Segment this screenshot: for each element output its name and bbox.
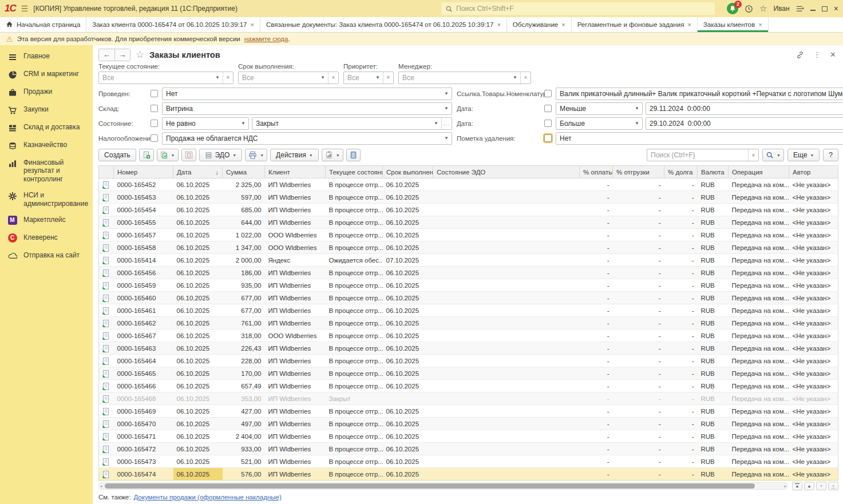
filter-deletion-mark-field[interactable]: Нет ▼ [556,132,843,145]
cell-edo[interactable] [433,317,580,330]
cell-currency[interactable]: RUB [698,342,729,355]
cell-author[interactable]: <Не указан> [789,405,838,418]
table-row[interactable]: 0000-16545206.10.20252 325,00ИП Wldberri… [99,178,838,191]
cell-pay[interactable]: - [580,330,613,342]
cell-pay[interactable]: - [580,468,613,481]
table-row[interactable]: 0000-16546706.10.2025318,00ООО Wldberrie… [99,330,838,342]
cell-operation[interactable]: Передача на ком... [729,304,789,317]
cell-operation[interactable]: Передача на ком... [729,229,789,241]
find-button[interactable]: ▼ [762,149,784,161]
cell-edo[interactable] [433,229,580,241]
cell-date[interactable]: 06.10.2025 [173,455,223,468]
column-header-4[interactable]: Клиент [265,166,326,178]
table-row[interactable]: 0000-16545606.10.2025186,00ИП Wldberries… [99,267,838,279]
cell-due[interactable]: 06.10.2025 [383,241,433,254]
cell-operation[interactable]: Передача на ком... [729,241,789,254]
group-copy-button[interactable]: ▼ [157,149,179,161]
cell-operation[interactable]: Передача на ком... [729,405,789,418]
filter-tax-field[interactable]: Продажа не облагается НДС ▼ [162,132,452,145]
sidebar-item-cleverence[interactable]: CКлеверенс [0,229,93,247]
global-search-input[interactable]: Поиск Ctrl+Shift+F [441,2,715,15]
cell-date[interactable]: 06.10.2025 [173,443,223,455]
cell-number[interactable]: 0000-165453 [114,191,173,204]
cell-client[interactable]: ИП Wldberries [265,267,326,279]
cell-client[interactable]: ИП Wldberries [265,430,326,443]
table-row[interactable]: 0000-16545906.10.2025935,00ИП Wldberries… [99,279,838,292]
filter-date-less-value-field[interactable]: 29.11.2024 0:00:00 ▼ [646,102,843,115]
table-row[interactable]: 0000-16546806.10.2025353,00ИП Wldberries… [99,392,838,405]
cell-author[interactable]: <Не указан> [789,330,838,342]
table-row[interactable]: 0000-16546906.10.2025427,00ИП Wldberries… [99,405,838,418]
column-header-2[interactable]: Дата↓ [173,166,223,178]
cell-due[interactable]: 06.10.2025 [383,267,433,279]
cell-debt[interactable]: - [664,267,698,279]
column-header-1[interactable]: Номер [114,166,173,178]
cell-state[interactable]: В процессе отгр... [326,367,383,380]
cell-date[interactable]: 06.10.2025 [173,430,223,443]
cell-currency[interactable]: RUB [698,468,729,481]
cell-state[interactable]: В процессе отгр... [326,304,383,317]
close-icon[interactable]: × [687,21,691,28]
cell-ship[interactable]: - [613,418,664,430]
cell-sum[interactable]: 657,49 [223,380,265,392]
filter-manager-field[interactable]: Все ▼ × [398,72,531,84]
cell-ship[interactable]: - [613,292,664,304]
cell-author[interactable]: <Не указан> [789,317,838,330]
cell-number[interactable]: 0000-165474 [114,468,173,481]
cell-client[interactable]: ИП Wldberries [265,317,326,330]
cell-client[interactable]: ООО Wldberries [265,330,326,342]
cell-due[interactable]: 06.10.2025 [383,292,433,304]
cell-operation[interactable]: Передача на ком... [729,204,789,216]
filter-priority-field[interactable]: Все ▼ × [343,72,394,84]
cell-debt[interactable]: - [664,241,698,254]
cell-date[interactable]: 06.10.2025 [173,191,223,204]
cell-operation[interactable]: Передача на ком... [729,430,789,443]
cell-pay[interactable]: - [580,241,613,254]
cell-number[interactable]: 0000-165465 [114,367,173,380]
cell-date[interactable]: 06.10.2025 [173,229,223,241]
cell-author[interactable]: <Не указан> [789,468,838,481]
cell-pay[interactable]: - [580,342,613,355]
cell-edo[interactable] [433,443,580,455]
cell-debt[interactable]: - [664,216,698,229]
cell-currency[interactable]: RUB [698,330,729,342]
table-row[interactable]: 0000-16546006.10.2025677,00ИП Wldberries… [99,292,838,304]
cell-debt[interactable]: - [664,204,698,216]
cell-author[interactable]: <Не указан> [789,216,838,229]
cell-due[interactable]: 06.10.2025 [383,405,433,418]
chevron-down-icon[interactable]: ▼ [441,103,452,114]
table-row[interactable]: 0000-16545306.10.2025597,00ИП Wldberries… [99,191,838,204]
cell-edo[interactable] [433,204,580,216]
cell-due[interactable]: 06.10.2025 [383,178,433,191]
cell-date[interactable]: 06.10.2025 [173,355,223,367]
cell-debt[interactable]: - [664,468,698,481]
cell-debt[interactable]: - [664,342,698,355]
cell-debt[interactable]: - [664,229,698,241]
chevron-down-icon[interactable]: ▼ [632,118,642,129]
cell-sum[interactable]: 521,00 [223,455,265,468]
cell-number[interactable]: 0000-165468 [114,392,173,405]
cell-ship[interactable]: - [613,468,664,481]
cell-operation[interactable]: Передача на ком... [729,342,789,355]
cell-currency[interactable]: RUB [698,292,729,304]
filter-nomenclature-field[interactable]: Валик прикаточный длинный+ Валик прикато… [556,88,843,100]
table-row[interactable]: 0000-16546106.10.2025677,00ИП Wldberries… [99,304,838,317]
cell-author[interactable]: <Не указан> [789,367,838,380]
cell-operation[interactable]: Передача на ком... [729,317,789,330]
cell-number[interactable]: 0000-165464 [114,355,173,367]
cell-author[interactable]: <Не указан> [789,267,838,279]
cell-currency[interactable]: RUB [698,380,729,392]
create-button[interactable]: Создать [98,149,136,161]
sidebar-item-briefcase[interactable]: Продажи [0,84,93,101]
cell-ship[interactable]: - [613,455,664,468]
row-up-button[interactable]: ▲ [804,482,814,490]
row-down-button[interactable]: ▼ [816,482,826,490]
cell-number[interactable]: 0000-165471 [114,430,173,443]
filter-date-less-op-field[interactable]: Меньше ▼ [556,102,643,115]
cell-edo[interactable] [433,267,580,279]
get-link-button[interactable] [796,51,804,59]
table-row[interactable]: 0000-16545406.10.2025685,00ИП Wldberries… [99,204,838,216]
cell-due[interactable]: 06.10.2025 [383,367,433,380]
filter-date-greater-checkbox[interactable] [544,120,552,127]
cell-state[interactable]: В процессе отгр... [326,342,383,355]
